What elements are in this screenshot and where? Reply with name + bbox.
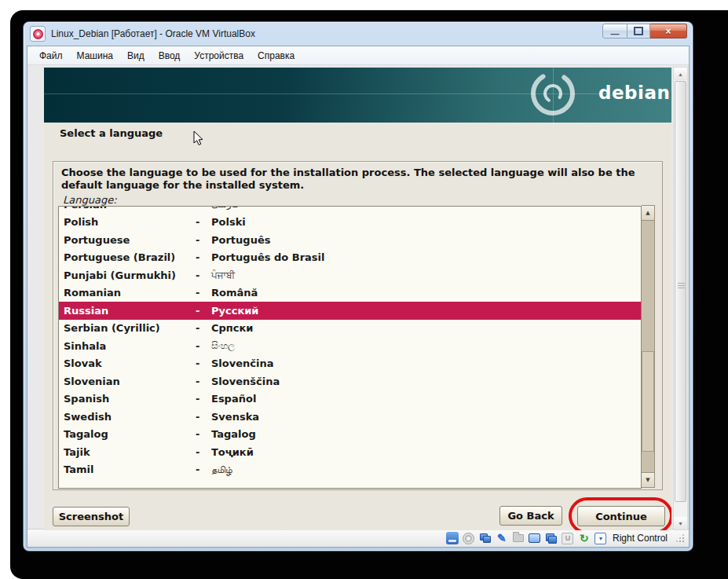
mouse-arrows-glyph: ↻ [580,532,589,544]
language-separator: - [196,376,211,387]
resize-grip[interactable] [676,534,685,543]
language-row-selected[interactable]: Russian-Русский [59,302,641,320]
vm-scroll-thumb[interactable] [675,81,686,502]
language-row[interactable]: Slovak-Slovenčina [59,355,641,373]
language-list[interactable]: Persian-فارسیPolish-PolskiPortuguese-Por… [58,206,642,489]
language-separator: - [196,269,211,281]
language-separator: - [196,206,211,211]
vm-scroll-up-button[interactable]: ▲ [674,68,687,80]
minimize-button[interactable]: — [602,24,627,38]
language-row[interactable]: Portuguese (Brazil)-Português do Brasil [59,249,641,267]
language-row[interactable]: Tamil-தமிழ் [59,461,641,479]
language-native-name: Português do Brasil [211,251,641,263]
language-row[interactable]: Swedish-Svenska [59,408,641,426]
minimize-icon: — [611,31,620,36]
language-name: Polish [64,216,196,228]
language-separator: - [196,393,211,405]
language-native-name: Slovenčina [211,357,641,369]
network-icon[interactable] [479,532,492,544]
maximize-icon [634,27,643,35]
language-native-name: ਪੰਜਾਬੀ [211,269,641,280]
language-row[interactable]: Sinhala-සිංහල [59,337,641,355]
page-title: Select a language [60,127,163,139]
list-scroll-down-button[interactable]: ▼ [642,472,654,487]
language-name: Russian [64,305,196,317]
language-row[interactable]: Tagalog-Tagalog [59,426,641,444]
language-native-name: Svenska [211,411,641,423]
language-native-name: தமிழ் [211,464,641,475]
language-name: Tajik [64,446,196,458]
language-list-scrollbar[interactable]: ▲ ▼ [642,205,655,488]
language-native-name: Español [211,393,641,405]
language-name: Persian [64,206,196,211]
usb-letter: U [565,534,571,542]
menu-bar: Файл Машина Вид Ввод Устройства Справка [27,46,689,65]
go-back-button[interactable]: Go Back [499,506,562,526]
language-selection-box: Choose the language to be used for the i… [53,161,663,490]
host-key-label: Right Control [613,533,668,544]
vm-scroll-down-button[interactable]: ▼ [674,517,687,530]
host-key-icon[interactable]: ▼ [594,532,607,544]
language-row[interactable]: Polish-Polski [59,214,641,232]
virtual-screens-icon[interactable] [545,532,558,544]
menu-devices[interactable]: Устройства [187,48,251,64]
menu-machine[interactable]: Машина [70,48,120,64]
language-row[interactable]: Persian-فارسی [59,206,641,214]
language-row[interactable]: Romanian-Română [59,284,641,302]
language-name: Portuguese (Brazil) [64,251,196,263]
vm-display-area: debian8 Select a language Choose the lan… [27,65,689,529]
language-row[interactable]: Spanish-Español [59,390,641,409]
menu-input[interactable]: Ввод [152,48,188,64]
maximize-button[interactable] [627,24,650,38]
display-icon[interactable] [529,532,541,544]
shared-folders-icon[interactable] [512,532,525,544]
language-name: Serbian (Cyrillic) [64,322,196,334]
language-row[interactable]: Slovenian-Slovenščina [59,372,641,390]
list-scroll-track[interactable] [642,221,654,472]
vm-vertical-scrollbar[interactable]: ▲ ▼ [673,67,688,530]
language-native-name: فارسی [211,206,641,210]
window-titlebar[interactable]: Linux_Debian [Работает] - Oracle VM Virt… [24,22,693,46]
video-capture-pen-icon[interactable]: ✎ [496,532,508,544]
instruction-text: Choose the language to be used for the i… [61,167,654,192]
language-separator: - [196,305,211,317]
language-separator: - [196,446,211,458]
language-list-wrap: Persian-فارسیPolish-PolskiPortuguese-Por… [58,206,655,489]
language-name: Portuguese [64,234,196,246]
mouse-integration-icon[interactable]: ↻ [578,532,591,544]
optical-disk-icon[interactable] [463,532,475,544]
hard-disk-icon[interactable] [446,532,459,544]
language-separator: - [196,251,211,263]
arrow-down-icon: ▼ [646,477,649,483]
continue-button[interactable]: Continue [577,506,665,526]
menu-help[interactable]: Справка [251,48,302,64]
screenshot-stage: Linux_Debian [Работает] - Oracle VM Virt… [0,0,728,579]
language-row[interactable]: Serbian (Cyrillic)-Српски [59,320,641,338]
language-name: Romanian [64,287,196,299]
language-separator: - [196,357,211,369]
list-scroll-thumb[interactable] [642,351,654,452]
language-name: Punjabi (Gurmukhi) [64,269,196,281]
language-separator: - [196,234,211,246]
language-row[interactable]: Tajik-Тоҷикӣ [59,443,641,461]
language-name: Slovak [64,357,196,369]
language-name: Tagalog [64,428,196,440]
list-scroll-up-button[interactable]: ▲ [642,206,654,221]
language-separator: - [196,287,211,299]
arrow-up-icon: ▲ [678,71,683,77]
window-title: Linux_Debian [Работает] - Oracle VM Virt… [51,28,255,39]
debian-wordmark: debian8 [598,82,671,103]
screenshot-button[interactable]: Screenshot [53,507,130,526]
menu-file[interactable]: Файл [32,48,70,64]
language-row[interactable]: Punjabi (Gurmukhi)-ਪੰਜਾਬੀ [59,266,641,284]
close-button[interactable]: × [650,24,687,38]
language-separator: - [196,464,211,475]
usb-icon[interactable]: U [562,532,574,544]
language-name: Swedish [64,411,196,423]
language-native-name: Polski [211,216,641,228]
window-controls: — × [602,24,687,38]
menu-view[interactable]: Вид [120,48,152,64]
status-bar: ✎ U ↻ ▼ Right Control [27,529,689,547]
scroll-grip-icon [678,283,685,289]
language-row[interactable]: Portuguese-Português [59,231,641,249]
